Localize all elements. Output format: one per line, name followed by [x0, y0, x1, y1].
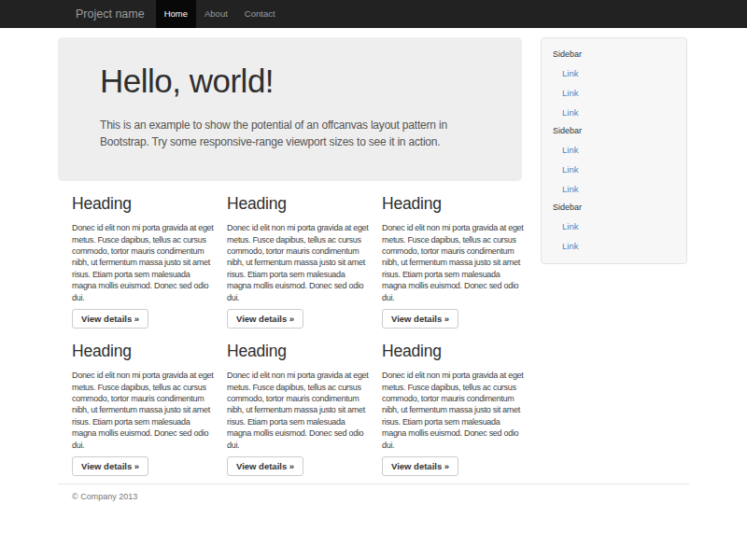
card-body-line: magna mollis euismod. Donec sed odio: [382, 280, 523, 291]
card-body-line: dui.: [72, 292, 213, 303]
hero-description-line: This is an example to show the potential…: [100, 117, 480, 134]
view-details-button[interactable]: View details »: [382, 456, 458, 476]
footer: © Company 2013: [58, 483, 689, 501]
card-heading: Heading: [382, 342, 523, 360]
sidebar-link[interactable]: Link: [542, 140, 686, 160]
feature-card: HeadingDonec id elit non mi porta gravid…: [58, 194, 213, 329]
card-body-line: magna mollis euismod. Donec sed odio: [72, 280, 213, 291]
card-heading: Heading: [72, 342, 213, 360]
card-body-line: risus. Etiam porta sem malesuada: [227, 269, 368, 280]
navbar-menu: HomeAboutContact: [156, 0, 284, 28]
card-body-line: nibh, ut fermentum massa justo sit amet: [227, 404, 368, 415]
card-body-line: metus. Fusce dapibus, tellus ac cursus: [72, 382, 213, 393]
card-body-line: Donec id elit non mi porta gravida at eg…: [382, 370, 523, 381]
card-body-line: commodo, tortor mauris condimentum: [382, 245, 523, 257]
jumbotron: Hello, world! This is an example to show…: [58, 37, 522, 181]
sidebar-link[interactable]: Link: [542, 63, 686, 83]
card-body: Donec id elit non mi porta gravida at eg…: [382, 222, 523, 303]
card-body-line: magna mollis euismod. Donec sed odio: [227, 427, 368, 439]
card-body-line: risus. Etiam porta sem malesuada: [382, 269, 523, 280]
view-details-button[interactable]: View details »: [72, 309, 148, 329]
sidebar-group-header: Sidebar: [542, 46, 686, 63]
card-body-line: metus. Fusce dapibus, tellus ac cursus: [382, 234, 523, 245]
nav-item-about[interactable]: About: [196, 0, 236, 28]
card-body-line: Donec id elit non mi porta gravida at eg…: [72, 370, 213, 381]
sidebar-panel: SidebarLinkLinkLinkSidebarLinkLinkLinkSi…: [541, 37, 687, 264]
sidebar-link[interactable]: Link: [542, 160, 686, 179]
card-body-line: metus. Fusce dapibus, tellus ac cursus: [72, 234, 213, 245]
hero-description: This is an example to show the potential…: [100, 117, 480, 151]
card-body-line: nibh, ut fermentum massa justo sit amet: [227, 257, 368, 268]
card-body-line: magna mollis euismod. Donec sed odio: [382, 427, 523, 439]
card-heading: Heading: [72, 194, 213, 213]
card-body: Donec id elit non mi porta gravida at eg…: [72, 222, 213, 303]
sidebar-group-header: Sidebar: [542, 122, 686, 140]
card-body: Donec id elit non mi porta gravida at eg…: [72, 370, 213, 451]
content-grid: HeadingDonec id elit non mi porta gravid…: [58, 194, 523, 476]
feature-card: HeadingDonec id elit non mi porta gravid…: [368, 342, 523, 476]
nav-item-home[interactable]: Home: [156, 0, 196, 28]
card-body-line: nibh, ut fermentum massa justo sit amet: [382, 257, 523, 268]
hero-description-line: Bootstrap. Try some responsive-range vie…: [100, 133, 480, 151]
card-body-line: nibh, ut fermentum massa justo sit amet: [72, 404, 213, 415]
card-body-line: Donec id elit non mi porta gravida at eg…: [227, 370, 368, 381]
sidebar-link[interactable]: Link: [542, 83, 686, 103]
card-body-line: Donec id elit non mi porta gravida at eg…: [227, 222, 368, 233]
hero-title: Hello, world!: [100, 63, 480, 100]
content-row: HeadingDonec id elit non mi porta gravid…: [58, 342, 523, 476]
navbar: Project name HomeAboutContact: [0, 0, 747, 28]
card-body: Donec id elit non mi porta gravida at eg…: [227, 370, 368, 451]
card-body-line: dui.: [382, 440, 523, 451]
card-body-line: risus. Etiam porta sem malesuada: [72, 269, 213, 280]
card-body-line: nibh, ut fermentum massa justo sit amet: [72, 257, 213, 268]
card-body-line: magna mollis euismod. Donec sed odio: [227, 280, 368, 291]
page-container: Hello, world! This is an example to show…: [58, 37, 689, 501]
card-body-line: commodo, tortor mauris condimentum: [382, 393, 523, 404]
feature-card: HeadingDonec id elit non mi porta gravid…: [368, 194, 523, 329]
sidebar-link[interactable]: Link: [542, 236, 686, 256]
card-body-line: metus. Fusce dapibus, tellus ac cursus: [227, 234, 368, 245]
card-body-line: metus. Fusce dapibus, tellus ac cursus: [382, 382, 523, 393]
card-body-line: commodo, tortor mauris condimentum: [227, 245, 368, 257]
card-body-line: commodo, tortor mauris condimentum: [227, 393, 368, 404]
card-body-line: Donec id elit non mi porta gravida at eg…: [72, 222, 213, 233]
card-body-line: dui.: [72, 440, 213, 451]
card-body: Donec id elit non mi porta gravida at eg…: [227, 222, 368, 303]
card-body-line: commodo, tortor mauris condimentum: [72, 245, 213, 257]
sidebar-link[interactable]: Link: [542, 179, 686, 199]
main-row: Hello, world! This is an example to show…: [58, 37, 689, 476]
view-details-button[interactable]: View details »: [382, 309, 458, 329]
footer-copyright: © Company 2013: [72, 492, 689, 501]
card-body-line: magna mollis euismod. Donec sed odio: [72, 427, 213, 439]
card-body-line: Donec id elit non mi porta gravida at eg…: [382, 222, 523, 233]
card-heading: Heading: [227, 194, 368, 213]
sidebar-link[interactable]: Link: [542, 217, 686, 236]
card-heading: Heading: [227, 342, 368, 360]
sidebar-group-header: Sidebar: [542, 199, 686, 217]
card-body-line: metus. Fusce dapibus, tellus ac cursus: [227, 382, 368, 393]
feature-card: HeadingDonec id elit non mi porta gravid…: [213, 194, 368, 329]
view-details-button[interactable]: View details »: [227, 309, 303, 329]
feature-card: HeadingDonec id elit non mi porta gravid…: [213, 342, 368, 476]
card-heading: Heading: [382, 194, 523, 213]
feature-card: HeadingDonec id elit non mi porta gravid…: [58, 342, 213, 476]
card-body-line: risus. Etiam porta sem malesuada: [227, 416, 368, 427]
card-body-line: dui.: [227, 292, 368, 303]
card-body: Donec id elit non mi porta gravida at eg…: [382, 370, 523, 451]
card-body-line: risus. Etiam porta sem malesuada: [72, 416, 213, 427]
card-body-line: dui.: [227, 440, 368, 451]
view-details-button[interactable]: View details »: [227, 456, 303, 476]
navbar-brand[interactable]: Project name: [76, 0, 156, 28]
card-body-line: nibh, ut fermentum massa justo sit amet: [382, 404, 523, 415]
card-body-line: commodo, tortor mauris condimentum: [72, 393, 213, 404]
content-row: HeadingDonec id elit non mi porta gravid…: [58, 194, 523, 329]
card-body-line: risus. Etiam porta sem malesuada: [382, 416, 523, 427]
view-details-button[interactable]: View details »: [72, 456, 148, 476]
main-content: Hello, world! This is an example to show…: [58, 37, 523, 476]
sidebar-link[interactable]: Link: [542, 103, 686, 122]
nav-item-contact[interactable]: Contact: [236, 0, 284, 28]
card-body-line: dui.: [382, 292, 523, 303]
